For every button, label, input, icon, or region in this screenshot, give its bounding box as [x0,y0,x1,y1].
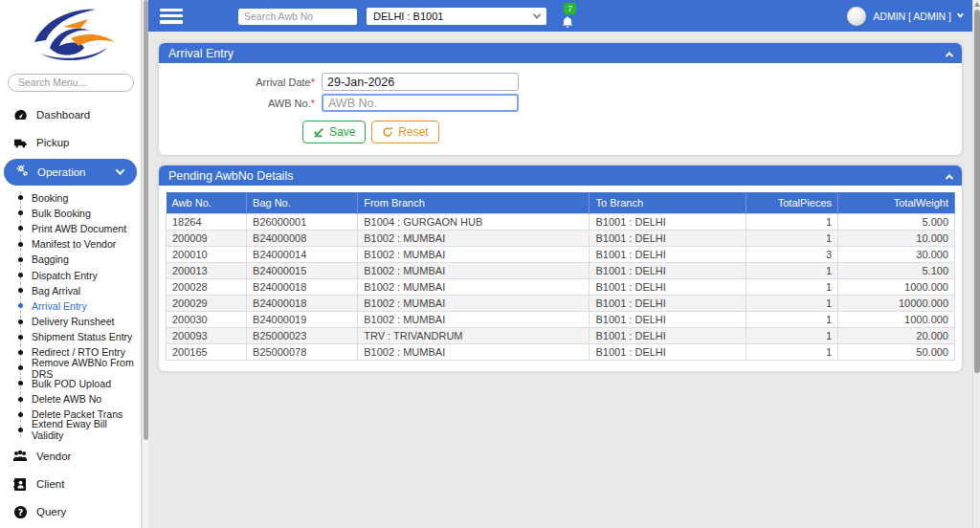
sidebar-subitem-extend-eway-bill-validity[interactable]: Extend Eway Bill Validity [0,422,141,437]
table-cell: 200093 [167,328,247,344]
awb-search-input[interactable] [238,9,357,25]
table-cell: 50.000 [838,344,955,361]
sidebar-subitem-arrival-entry[interactable]: Arrival Entry [0,298,141,314]
table-cell: B1001 : DELHI [590,231,746,247]
pending-table-wrap: Awb No.Bag No.From BranchTo BranchTotalP… [159,186,962,371]
table-row[interactable]: 200028B24000018B1002 : MUMBAIB1001 : DEL… [167,279,955,296]
user-label: ADMIN [ ADMIN ] [873,11,951,22]
sidebar-subitem-delivery-runsheet[interactable]: Delivery Runsheet [0,314,141,329]
table-cell: B1001 : DELHI [590,214,746,231]
column-header[interactable]: Bag No. [247,192,358,214]
sidebar-item-pickup[interactable]: Pickup [0,129,141,157]
table-cell: B24000019 [247,312,358,328]
bullet-icon [18,242,23,247]
sidebar-subitem-bagging[interactable]: Bagging [0,252,141,267]
sidebar-item-client[interactable]: Client [0,471,141,498]
sidebar-subitem-manifest-to-vendor[interactable]: Manifest to Vendor [0,236,141,252]
sidebar-scrollbar-thumb[interactable] [144,0,148,440]
pending-table: Awb No.Bag No.From BranchTo BranchTotalP… [166,192,955,361]
column-header[interactable]: TotalWeight [838,192,955,214]
user-menu[interactable]: ADMIN [ ADMIN ] [847,7,963,26]
table-cell: 200029 [167,296,247,312]
sidebar-subitem-delete-awb-no[interactable]: Delete AWB No [0,391,141,407]
column-header[interactable]: From Branch [358,192,590,214]
table-row[interactable]: 200165B25000078B1002 : MUMBAIB1001 : DEL… [167,344,955,361]
table-cell: 5.100 [838,263,955,279]
sidebar-item-vendor[interactable]: Vendor [0,443,141,471]
table-cell: 1 [746,328,837,344]
table-cell: B1001 : DELHI [590,312,746,328]
sidebar-subitem-booking[interactable]: Booking [0,190,141,206]
arrival-entry-header[interactable]: Arrival Entry [159,43,962,63]
sidebar-scrollbar[interactable] [142,0,148,528]
bullet-icon [18,273,23,277]
arrival-entry-form: Arrival Date* AWB No.* Save [159,63,962,155]
refresh-icon [382,126,393,138]
page-content: Arrival Entry Arrival Date* AWB No.* [148,32,972,528]
table-row[interactable]: 200093B25000023TRV : TRIVANDRUMB1001 : D… [167,328,955,344]
sidebar-subitem-bulk-pod-upload[interactable]: Bulk POD Upload [0,376,141,391]
scroll-up-arrow-icon[interactable] [974,2,980,7]
sidebar-subitem-label: Delivery Runsheet [32,316,115,327]
table-cell: 200028 [167,279,247,296]
sidebar-subitem-label: Dispatch Entry [32,270,98,281]
table-row[interactable]: 200013B24000015B1002 : MUMBAIB1001 : DEL… [167,263,955,279]
hamburger-menu-icon[interactable] [160,9,183,24]
table-cell: TRV : TRIVANDRUM [358,328,590,344]
arrival-date-row: Arrival Date* [159,73,962,91]
sidebar-subitem-label: Arrival Entry [32,300,87,312]
company-logo [0,0,141,71]
table-cell: B24000008 [247,231,358,247]
sidebar-subitem-remove-awbno-from-drs[interactable]: Remove AWBNo From DRS [0,361,141,376]
sidebar-item-query[interactable]: ? Query [0,498,141,526]
chevron-up-icon [946,174,953,182]
table-cell: 18264 [167,214,247,231]
table-cell: 200009 [167,231,247,247]
chevron-down-icon [116,165,125,175]
table-row[interactable]: 200009B24000008B1002 : MUMBAIB1001 : DEL… [167,231,955,247]
sidebar-subitem-dispatch-entry[interactable]: Dispatch Entry [0,267,141,282]
bullet-icon [18,195,23,200]
sidebar-subitem-print-awb-document[interactable]: Print AWB Document [0,221,141,236]
avatar [847,7,866,26]
table-cell: B24000015 [247,263,358,279]
sidebar-item-label: Vendor [36,451,71,462]
table-row[interactable]: 200030B24000019B1002 : MUMBAIB1001 : DEL… [167,312,955,328]
table-cell: B1001 : DELHI [590,344,746,361]
notifications[interactable]: 7 [558,4,577,29]
table-cell: 10000.000 [838,296,955,312]
table-row[interactable]: 200029B24000018B1002 : MUMBAIB1001 : DEL… [167,296,955,312]
reset-button[interactable]: Reset [371,121,438,143]
arrival-date-input[interactable] [322,73,519,91]
sidebar-item-dashboard[interactable]: Dashboard [0,101,141,129]
main-scrollbar[interactable] [972,0,980,528]
sidebar-item-label: Query [36,506,66,517]
sidebar-subitem-bag-arrival[interactable]: Bag Arrival [0,283,141,298]
sidebar-subitem-bulk-booking[interactable]: Bulk Booking [0,206,141,221]
table-cell: B24000018 [247,296,358,312]
pending-awb-header[interactable]: Pending AwbNo Details [159,165,962,186]
column-header[interactable]: To Branch [590,192,746,214]
save-button[interactable]: Save [302,121,366,143]
table-row[interactable]: 18264B26000001B1004 : GURGAON HUBB1001 :… [167,214,955,231]
sidebar-nav: Dashboard Pickup [0,101,141,528]
sidebar-item-label: Pickup [36,137,70,148]
sidebar-subitem-label: Manifest to Vendor [32,238,116,250]
sidebar-search-input[interactable] [8,74,134,92]
branch-select[interactable]: DELHI : B1001 [367,8,546,25]
required-asterisk: * [311,98,315,109]
table-cell: B1001 : DELHI [590,279,746,296]
sidebar-item-operation[interactable]: Operation [4,159,137,186]
sidebar-subitem-label: Booking [32,192,68,204]
column-header[interactable]: Awb No. [167,192,247,214]
table-row[interactable]: 200010B24000014B1002 : MUMBAIB1001 : DEL… [167,247,955,263]
sidebar-subitem-shipment-status-entry[interactable]: Shipment Status Entry [0,329,141,344]
table-cell: B26000001 [247,214,358,231]
bullet-icon [18,335,23,340]
awb-no-input[interactable] [322,94,519,112]
table-cell: 1 [746,231,837,247]
column-header[interactable]: TotalPieces [746,192,837,214]
speedometer-icon [12,107,28,122]
table-cell: 3 [746,247,837,263]
main-scrollbar-thumb[interactable] [974,10,980,373]
